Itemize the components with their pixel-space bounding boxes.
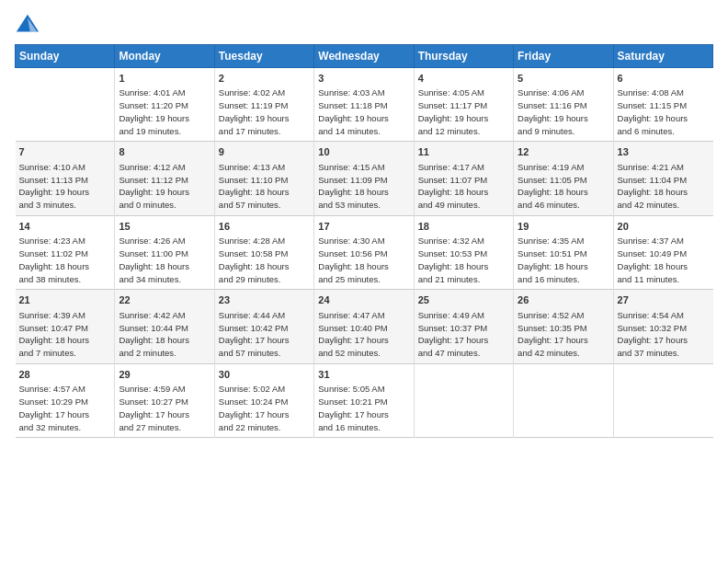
calendar-cell: 3Sunrise: 4:03 AM Sunset: 11:18 PM Dayli… xyxy=(314,68,414,142)
day-info: Sunrise: 4:28 AM Sunset: 10:58 PM Daylig… xyxy=(219,235,310,285)
calendar-cell: 22Sunrise: 4:42 AM Sunset: 10:44 PM Dayl… xyxy=(115,290,214,363)
day-number: 15 xyxy=(119,220,210,234)
header-cell-tuesday: Tuesday xyxy=(214,45,313,68)
day-number: 18 xyxy=(418,220,509,234)
day-info: Sunrise: 4:17 AM Sunset: 11:07 PM Daylig… xyxy=(418,161,509,212)
calendar-cell: 21Sunrise: 4:39 AM Sunset: 10:47 PM Dayl… xyxy=(16,290,115,363)
calendar-cell: 4Sunrise: 4:05 AM Sunset: 11:17 PM Dayli… xyxy=(414,68,513,142)
day-number: 30 xyxy=(219,368,310,382)
calendar-cell: 9Sunrise: 4:13 AM Sunset: 11:10 PM Dayli… xyxy=(214,142,313,215)
calendar-body: 1Sunrise: 4:01 AM Sunset: 11:20 PM Dayli… xyxy=(16,68,713,438)
day-number: 13 xyxy=(618,145,710,159)
calendar-cell: 20Sunrise: 4:37 AM Sunset: 10:49 PM Dayl… xyxy=(613,215,712,289)
day-info: Sunrise: 4:26 AM Sunset: 11:00 PM Daylig… xyxy=(119,235,210,285)
day-number: 25 xyxy=(418,293,509,307)
day-info: Sunrise: 4:10 AM Sunset: 11:13 PM Daylig… xyxy=(19,161,111,212)
day-number: 27 xyxy=(618,293,710,307)
header xyxy=(15,11,713,37)
calendar-cell: 30Sunrise: 5:02 AM Sunset: 10:24 PM Dayl… xyxy=(214,363,313,437)
day-info: Sunrise: 4:23 AM Sunset: 11:02 PM Daylig… xyxy=(19,235,111,285)
header-cell-saturday: Saturday xyxy=(613,45,712,68)
calendar-cell: 13Sunrise: 4:21 AM Sunset: 11:04 PM Dayl… xyxy=(613,142,712,215)
day-info: Sunrise: 4:12 AM Sunset: 11:12 PM Daylig… xyxy=(119,161,210,212)
calendar-cell: 5Sunrise: 4:06 AM Sunset: 11:16 PM Dayli… xyxy=(514,68,613,142)
day-number: 2 xyxy=(219,72,310,86)
calendar-cell: 27Sunrise: 4:54 AM Sunset: 10:32 PM Dayl… xyxy=(613,290,712,363)
week-row-2: 7Sunrise: 4:10 AM Sunset: 11:13 PM Dayli… xyxy=(16,142,713,215)
day-number: 28 xyxy=(19,368,111,382)
day-number: 20 xyxy=(618,220,710,234)
calendar-cell: 10Sunrise: 4:15 AM Sunset: 11:09 PM Dayl… xyxy=(314,142,414,215)
calendar-cell: 14Sunrise: 4:23 AM Sunset: 11:02 PM Dayl… xyxy=(16,215,115,289)
day-number: 29 xyxy=(119,368,210,382)
calendar-cell: 7Sunrise: 4:10 AM Sunset: 11:13 PM Dayli… xyxy=(16,142,115,215)
calendar-cell: 31Sunrise: 5:05 AM Sunset: 10:21 PM Dayl… xyxy=(314,363,414,437)
day-info: Sunrise: 4:30 AM Sunset: 10:56 PM Daylig… xyxy=(318,235,409,285)
day-number: 31 xyxy=(318,368,409,382)
day-number: 23 xyxy=(219,293,310,307)
calendar-cell: 11Sunrise: 4:17 AM Sunset: 11:07 PM Dayl… xyxy=(414,142,513,215)
day-info: Sunrise: 4:44 AM Sunset: 10:42 PM Daylig… xyxy=(219,309,310,360)
day-info: Sunrise: 4:13 AM Sunset: 11:10 PM Daylig… xyxy=(219,161,310,212)
day-number: 17 xyxy=(318,220,409,234)
calendar-cell: 16Sunrise: 4:28 AM Sunset: 10:58 PM Dayl… xyxy=(214,215,313,289)
day-info: Sunrise: 4:35 AM Sunset: 10:51 PM Daylig… xyxy=(518,235,609,285)
day-info: Sunrise: 4:03 AM Sunset: 11:18 PM Daylig… xyxy=(318,86,409,137)
week-row-5: 28Sunrise: 4:57 AM Sunset: 10:29 PM Dayl… xyxy=(16,363,713,437)
day-info: Sunrise: 4:42 AM Sunset: 10:44 PM Daylig… xyxy=(119,309,210,360)
day-number: 22 xyxy=(119,293,210,307)
calendar-cell: 1Sunrise: 4:01 AM Sunset: 11:20 PM Dayli… xyxy=(115,68,214,142)
day-number: 21 xyxy=(19,293,111,307)
calendar-header: SundayMondayTuesdayWednesdayThursdayFrid… xyxy=(16,45,713,68)
logo-icon xyxy=(15,11,40,37)
header-cell-sunday: Sunday xyxy=(16,45,115,68)
calendar-cell: 28Sunrise: 4:57 AM Sunset: 10:29 PM Dayl… xyxy=(16,363,115,437)
week-row-3: 14Sunrise: 4:23 AM Sunset: 11:02 PM Dayl… xyxy=(16,215,713,289)
day-info: Sunrise: 4:52 AM Sunset: 10:35 PM Daylig… xyxy=(518,309,609,360)
day-number: 12 xyxy=(518,145,609,159)
calendar-cell: 8Sunrise: 4:12 AM Sunset: 11:12 PM Dayli… xyxy=(115,142,214,215)
calendar-cell: 26Sunrise: 4:52 AM Sunset: 10:35 PM Dayl… xyxy=(514,290,613,363)
day-info: Sunrise: 4:21 AM Sunset: 11:04 PM Daylig… xyxy=(618,161,710,212)
day-number: 10 xyxy=(318,145,409,159)
day-number: 9 xyxy=(219,145,310,159)
calendar-cell: 18Sunrise: 4:32 AM Sunset: 10:53 PM Dayl… xyxy=(414,215,513,289)
day-info: Sunrise: 4:57 AM Sunset: 10:29 PM Daylig… xyxy=(19,383,111,433)
day-info: Sunrise: 4:06 AM Sunset: 11:16 PM Daylig… xyxy=(518,86,609,137)
day-info: Sunrise: 4:39 AM Sunset: 10:47 PM Daylig… xyxy=(19,309,111,360)
day-number: 3 xyxy=(318,72,409,86)
day-number: 5 xyxy=(518,72,609,86)
day-info: Sunrise: 4:37 AM Sunset: 10:49 PM Daylig… xyxy=(618,235,710,285)
calendar-table: SundayMondayTuesdayWednesdayThursdayFrid… xyxy=(15,44,713,438)
day-number: 14 xyxy=(19,220,111,234)
day-info: Sunrise: 4:01 AM Sunset: 11:20 PM Daylig… xyxy=(119,86,210,137)
day-number: 19 xyxy=(518,220,609,234)
calendar-cell: 23Sunrise: 4:44 AM Sunset: 10:42 PM Dayl… xyxy=(214,290,313,363)
header-cell-wednesday: Wednesday xyxy=(314,45,414,68)
day-number: 11 xyxy=(418,145,509,159)
calendar-cell: 15Sunrise: 4:26 AM Sunset: 11:00 PM Dayl… xyxy=(115,215,214,289)
day-info: Sunrise: 4:15 AM Sunset: 11:09 PM Daylig… xyxy=(318,161,409,212)
calendar-cell: 12Sunrise: 4:19 AM Sunset: 11:05 PM Dayl… xyxy=(514,142,613,215)
svg-marker-0 xyxy=(17,15,39,32)
day-number: 7 xyxy=(19,145,111,159)
logo xyxy=(15,11,44,37)
calendar-cell xyxy=(414,363,513,437)
day-info: Sunrise: 4:49 AM Sunset: 10:37 PM Daylig… xyxy=(418,309,509,360)
week-row-4: 21Sunrise: 4:39 AM Sunset: 10:47 PM Dayl… xyxy=(16,290,713,363)
header-cell-monday: Monday xyxy=(115,45,214,68)
page: SundayMondayTuesdayWednesdayThursdayFrid… xyxy=(0,0,728,563)
calendar-cell: 24Sunrise: 4:47 AM Sunset: 10:40 PM Dayl… xyxy=(314,290,414,363)
calendar-cell: 6Sunrise: 4:08 AM Sunset: 11:15 PM Dayli… xyxy=(613,68,712,142)
calendar-cell xyxy=(514,363,613,437)
day-info: Sunrise: 4:59 AM Sunset: 10:27 PM Daylig… xyxy=(119,383,210,433)
calendar-cell: 2Sunrise: 4:02 AM Sunset: 11:19 PM Dayli… xyxy=(214,68,313,142)
calendar-cell: 25Sunrise: 4:49 AM Sunset: 10:37 PM Dayl… xyxy=(414,290,513,363)
day-number: 6 xyxy=(618,72,710,86)
day-number: 4 xyxy=(418,72,509,86)
header-cell-thursday: Thursday xyxy=(414,45,513,68)
calendar-cell xyxy=(16,68,115,142)
day-info: Sunrise: 4:32 AM Sunset: 10:53 PM Daylig… xyxy=(418,235,509,285)
day-number: 8 xyxy=(119,145,210,159)
day-number: 16 xyxy=(219,220,310,234)
